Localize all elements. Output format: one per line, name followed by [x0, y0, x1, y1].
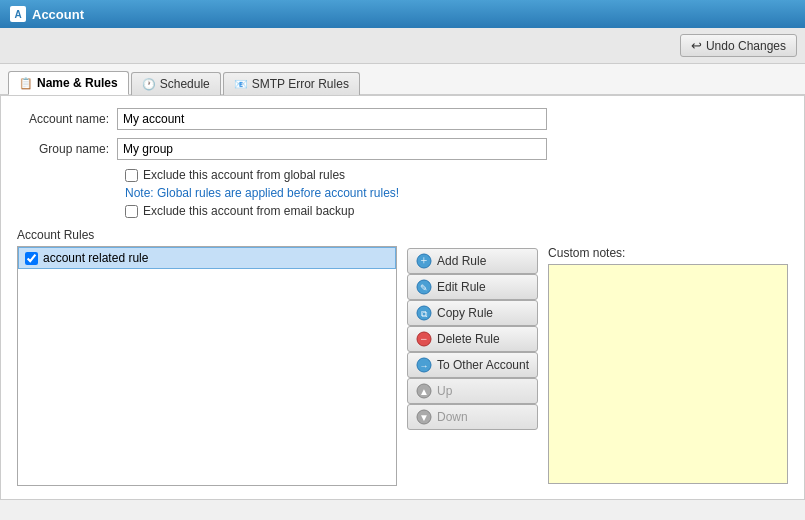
add-rule-icon: +	[416, 253, 432, 269]
svg-text:▼: ▼	[419, 412, 429, 423]
tab-schedule-icon: 🕐	[142, 78, 156, 91]
copy-rule-button[interactable]: ⧉ Copy Rule	[407, 300, 538, 326]
custom-notes-label: Custom notes:	[548, 246, 788, 260]
delete-rule-button[interactable]: − Delete Rule	[407, 326, 538, 352]
account-rules-label: Account Rules	[17, 228, 788, 242]
svg-text:+: +	[421, 254, 428, 268]
tab-name-rules-icon: 📋	[19, 77, 33, 90]
tabs-area: 📋 Name & Rules 🕐 Schedule 📧 SMTP Error R…	[0, 64, 805, 95]
rule-item[interactable]: account related rule	[18, 247, 396, 269]
title-bar: A Account	[0, 0, 805, 28]
rules-list[interactable]: account related rule	[17, 246, 397, 486]
edit-rule-button[interactable]: ✎ Edit Rule	[407, 274, 538, 300]
add-rule-label: Add Rule	[437, 254, 486, 268]
tab-smtp-icon: 📧	[234, 78, 248, 91]
tab-smtp-label: SMTP Error Rules	[252, 77, 349, 91]
down-label: Down	[437, 410, 468, 424]
copy-rule-icon: ⧉	[416, 305, 432, 321]
to-other-account-button[interactable]: → To Other Account	[407, 352, 538, 378]
edit-rule-label: Edit Rule	[437, 280, 486, 294]
tab-schedule[interactable]: 🕐 Schedule	[131, 72, 221, 95]
tab-smtp-error-rules[interactable]: 📧 SMTP Error Rules	[223, 72, 360, 95]
svg-text:→: →	[420, 361, 429, 371]
up-label: Up	[437, 384, 452, 398]
svg-text:−: −	[421, 332, 428, 346]
up-icon: ▲	[416, 383, 432, 399]
title-icon: A	[10, 6, 26, 22]
down-icon: ▼	[416, 409, 432, 425]
exclude-backup-row: Exclude this account from email backup	[125, 204, 788, 218]
delete-rule-icon: −	[416, 331, 432, 347]
svg-text:▲: ▲	[419, 386, 429, 397]
undo-icon: ↩	[691, 38, 702, 53]
group-name-input[interactable]	[117, 138, 547, 160]
rules-and-notes: account related rule + Add Rule ✎	[17, 246, 788, 487]
delete-rule-label: Delete Rule	[437, 332, 500, 346]
undo-changes-button[interactable]: ↩ Undo Changes	[680, 34, 797, 57]
account-name-input[interactable]	[117, 108, 547, 130]
svg-text:⧉: ⧉	[421, 309, 428, 319]
tab-schedule-label: Schedule	[160, 77, 210, 91]
custom-notes-section: Custom notes:	[548, 246, 788, 487]
exclude-global-row: Exclude this account from global rules	[125, 168, 788, 182]
exclude-backup-checkbox[interactable]	[125, 205, 138, 218]
down-button[interactable]: ▼ Down	[407, 404, 538, 430]
undo-changes-label: Undo Changes	[706, 39, 786, 53]
group-name-label: Group name:	[17, 142, 117, 156]
exclude-backup-label: Exclude this account from email backup	[143, 204, 354, 218]
svg-text:✎: ✎	[420, 283, 428, 293]
rule-checkbox[interactable]	[25, 252, 38, 265]
toolbar: ↩ Undo Changes	[0, 28, 805, 64]
tab-name-rules[interactable]: 📋 Name & Rules	[8, 71, 129, 95]
exclude-global-checkbox[interactable]	[125, 169, 138, 182]
group-name-row: Group name:	[17, 138, 788, 160]
copy-rule-label: Copy Rule	[437, 306, 493, 320]
custom-notes-textarea[interactable]	[548, 264, 788, 484]
account-name-row: Account name:	[17, 108, 788, 130]
exclude-global-label: Exclude this account from global rules	[143, 168, 345, 182]
rule-label: account related rule	[43, 251, 148, 265]
tab-name-rules-label: Name & Rules	[37, 76, 118, 90]
edit-rule-icon: ✎	[416, 279, 432, 295]
rules-buttons: + Add Rule ✎ Edit Rule ⧉ Co	[407, 246, 538, 487]
content-area: Account name: Group name: Exclude this a…	[0, 95, 805, 500]
to-other-account-icon: →	[416, 357, 432, 373]
add-rule-button[interactable]: + Add Rule	[407, 248, 538, 274]
global-rules-note: Note: Global rules are applied before ac…	[125, 186, 788, 200]
rules-left: account related rule	[17, 246, 397, 487]
to-other-account-label: To Other Account	[437, 358, 529, 372]
window-title: Account	[32, 7, 84, 22]
account-name-label: Account name:	[17, 112, 117, 126]
account-rules-section: Account Rules account related rule	[17, 228, 788, 487]
up-button[interactable]: ▲ Up	[407, 378, 538, 404]
